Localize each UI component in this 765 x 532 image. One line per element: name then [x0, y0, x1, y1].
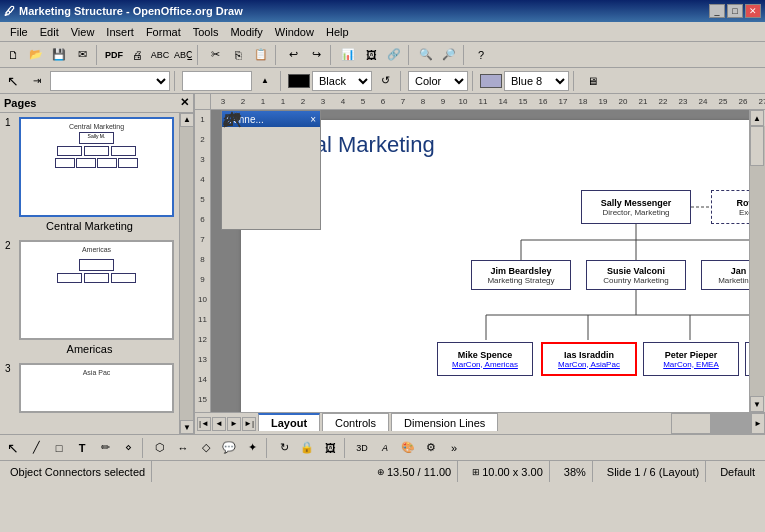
conn-btn-11[interactable]: [256, 203, 282, 225]
menu-tools[interactable]: Tools: [187, 24, 225, 40]
draw-callout-tool[interactable]: 💬: [218, 437, 240, 459]
page-item-3[interactable]: 3 Asia Pac: [4, 363, 175, 413]
draw-3d-tool[interactable]: 3D: [351, 437, 373, 459]
pdf-button[interactable]: PDF: [103, 44, 125, 66]
redo-button[interactable]: ↪: [305, 44, 327, 66]
draw-arrow-tool[interactable]: ↔: [172, 437, 194, 459]
draw-rotate-tool[interactable]: ↻: [273, 437, 295, 459]
close-button[interactable]: ✕: [745, 4, 761, 18]
draw-pen-tool[interactable]: ✏: [94, 437, 116, 459]
color2-select[interactable]: Blue 8: [504, 71, 569, 91]
open-button[interactable]: 📂: [25, 44, 47, 66]
page-item-1[interactable]: 1 Central Marketing Sally M.: [4, 117, 175, 232]
draw-select-tool[interactable]: ↖: [2, 437, 24, 459]
conn-btn-1[interactable]: [226, 131, 252, 153]
cut-button[interactable]: ✂: [204, 44, 226, 66]
save-button[interactable]: 💾: [48, 44, 70, 66]
maximize-button[interactable]: □: [727, 4, 743, 18]
undo-button[interactable]: ↩: [282, 44, 304, 66]
connector-panel-close[interactable]: ×: [310, 114, 316, 125]
draw-text-tool[interactable]: T: [71, 437, 93, 459]
pages-close-button[interactable]: ✕: [180, 96, 189, 109]
menu-view[interactable]: View: [65, 24, 101, 40]
conn-btn-12[interactable]: [286, 203, 312, 225]
tab-prev-button[interactable]: ◄: [212, 417, 226, 431]
draw-flowchart-tool[interactable]: ◇: [195, 437, 217, 459]
draw-effects-tool[interactable]: ⚙: [420, 437, 442, 459]
scroll-up-button[interactable]: ▲: [180, 113, 194, 127]
draw-shapes-tool[interactable]: ⬡: [149, 437, 171, 459]
tab-next-button[interactable]: ►: [227, 417, 241, 431]
style-select[interactable]: [50, 71, 170, 91]
draw-image-tool[interactable]: 🖼: [319, 437, 341, 459]
zoom-in-button[interactable]: 🔎: [438, 44, 460, 66]
vscroll-thumb[interactable]: [750, 126, 764, 166]
tab-layout[interactable]: Layout: [258, 413, 320, 431]
paste-button[interactable]: 📋: [250, 44, 272, 66]
mike-link[interactable]: MarCon, Americas: [452, 360, 518, 369]
menu-file[interactable]: File: [4, 24, 34, 40]
draw-rect-tool[interactable]: □: [48, 437, 70, 459]
draw-line-tool[interactable]: ╱: [25, 437, 47, 459]
menu-insert[interactable]: Insert: [100, 24, 140, 40]
conn-btn-3[interactable]: [286, 131, 312, 153]
color-refresh-button[interactable]: ↺: [374, 70, 396, 92]
size-input[interactable]: 0.00cm: [182, 71, 252, 91]
spellcheck2-button[interactable]: ABC̲: [172, 44, 194, 66]
org-box-mike[interactable]: Mike Spence MarCon, Americas: [437, 342, 533, 376]
draw-lock-tool[interactable]: 🔒: [296, 437, 318, 459]
hscroll-thumb[interactable]: [671, 413, 711, 434]
status-page-info[interactable]: Slide 1 / 6 (Layout): [601, 461, 706, 482]
help-button[interactable]: ?: [470, 44, 492, 66]
draw-fill-tool[interactable]: ⋄: [117, 437, 139, 459]
org-box-rowan[interactable]: Rowan Shade Exec. Assistant: [711, 190, 749, 224]
org-box-ian[interactable]: Ian Fish MarCon, RoW: [745, 342, 749, 376]
email-button[interactable]: ✉: [71, 44, 93, 66]
conn-btn-6[interactable]: [286, 155, 312, 177]
copy-button[interactable]: ⎘: [227, 44, 249, 66]
size-up-button[interactable]: ▲: [254, 70, 276, 92]
org-box-jim[interactable]: Jim Beardsley Marketing Strategy: [471, 260, 571, 290]
org-box-jan[interactable]: Jan Spiers Marketing Initiatives: [701, 260, 749, 290]
zoom-out-button[interactable]: 🔍: [415, 44, 437, 66]
tab-order-button[interactable]: ⇥: [26, 70, 48, 92]
spellcheck-button[interactable]: ABC: [149, 44, 171, 66]
tab-first-button[interactable]: |◄: [197, 417, 211, 431]
conn-btn-8[interactable]: [256, 179, 282, 201]
conn-btn-7[interactable]: [226, 179, 252, 201]
vscroll-up[interactable]: ▲: [750, 110, 764, 126]
ias-link[interactable]: MarCon, AsiaPac: [558, 360, 620, 369]
tab-last-button[interactable]: ►|: [242, 417, 256, 431]
minimize-button[interactable]: _: [709, 4, 725, 18]
page-item-2[interactable]: 2 Americas: [4, 240, 175, 355]
tab-dimension-lines[interactable]: Dimension Lines: [391, 413, 498, 431]
conn-btn-9[interactable]: [286, 179, 312, 201]
vscroll-down[interactable]: ▼: [750, 396, 764, 412]
hscroll-right[interactable]: ►: [751, 413, 765, 434]
conn-btn-10[interactable]: [226, 203, 252, 225]
conn-btn-5[interactable]: [256, 155, 282, 177]
org-box-susie[interactable]: Susie Valconi Country Marketing: [586, 260, 686, 290]
conn-btn-4[interactable]: [226, 155, 252, 177]
insert-button[interactable]: 🖼: [360, 44, 382, 66]
peter-link[interactable]: MarCon, EMEA: [663, 360, 719, 369]
org-box-sally[interactable]: Sally Messenger Director, Marketing: [581, 190, 691, 224]
title-bar-controls[interactable]: _ □ ✕: [709, 4, 761, 18]
print-button[interactable]: 🖨: [126, 44, 148, 66]
draw-color-tool[interactable]: 🎨: [397, 437, 419, 459]
conn-btn-2[interactable]: [256, 131, 282, 153]
menu-edit[interactable]: Edit: [34, 24, 65, 40]
hyperlink-button[interactable]: 🔗: [383, 44, 405, 66]
menu-window[interactable]: Window: [269, 24, 320, 40]
menu-help[interactable]: Help: [320, 24, 355, 40]
tab-controls[interactable]: Controls: [322, 413, 389, 431]
fill-type-select[interactable]: Color: [408, 71, 468, 91]
draw-more-button[interactable]: »: [443, 437, 465, 459]
menu-modify[interactable]: Modify: [224, 24, 268, 40]
monitor-button[interactable]: 🖥: [581, 70, 603, 92]
connector-panel-header[interactable]: Conne... ×: [222, 111, 320, 127]
draw-star-tool[interactable]: ✦: [241, 437, 263, 459]
color-name-select[interactable]: Black: [312, 71, 372, 91]
new-button[interactable]: 🗋: [2, 44, 24, 66]
pointer-button[interactable]: ↖: [2, 70, 24, 92]
